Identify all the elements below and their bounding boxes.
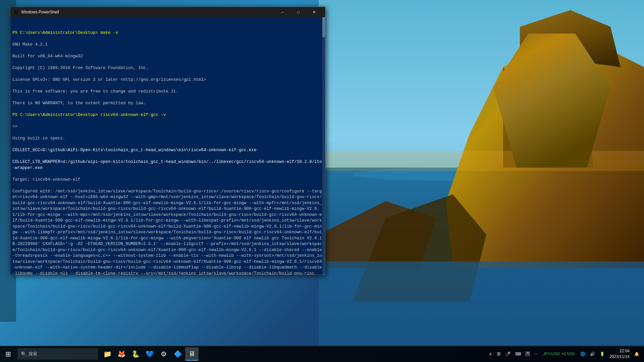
- terminal-line: Built for x86_64-w64-mingw32: [12, 54, 323, 60]
- taskbar-search[interactable]: 🔍 搜索: [17, 348, 98, 360]
- terminal-line: Copyright (C) 1988-2016 Free Software Fo…: [12, 65, 323, 71]
- terminal-line: Using built-in specs.: [12, 136, 323, 142]
- forex-display: JPY/USD +0.53%: [541, 351, 577, 357]
- svg-point-8: [550, 45, 570, 55]
- taskbar-file-explorer[interactable]: 📁: [101, 347, 114, 361]
- terminal-line: GNU Make 4.2.1: [12, 42, 323, 48]
- window-app-icon: 🖥: [14, 9, 18, 15]
- taskbar-apps: 📁 🦊 🐍 💙 ⚙ 🔷 🖥: [101, 347, 199, 361]
- desktop-background: [319, 0, 644, 349]
- close-button[interactable]: ✕: [307, 7, 322, 17]
- taskbar-more[interactable]: ···: [533, 351, 539, 357]
- taskbar-settings[interactable]: ⚙: [157, 347, 170, 361]
- svg-point-7: [523, 54, 550, 67]
- taskbar-tray-expand[interactable]: ∧: [488, 351, 493, 357]
- svg-point-9: [572, 63, 589, 71]
- search-placeholder: 搜索: [29, 351, 37, 357]
- terminal-line: This is free software: you are free to c…: [12, 89, 323, 95]
- svg-rect-13: [319, 151, 644, 171]
- terminal-line: Configured with: /mnt/ssd/jenkins_iotsw/…: [12, 189, 323, 275]
- svg-rect-12: [319, 261, 644, 349]
- search-icon: 🔍: [21, 351, 26, 357]
- taskbar-powershell[interactable]: 🖥: [185, 347, 199, 361]
- powershell-window: 🖥 Windows PowerShell ─ □ ✕ PS C:\Users\A…: [10, 7, 325, 275]
- taskbar-clock[interactable]: 22:04 2023/11/14: [608, 348, 631, 360]
- scrollbar-thumb[interactable]: [322, 17, 325, 37]
- clock-time: 22:04: [609, 348, 630, 354]
- window-title: Windows PowerShell: [21, 10, 272, 14]
- desktop: 🖥 Windows PowerShell ─ □ ✕ PS C:\Users\A…: [0, 0, 644, 362]
- taskbar-ime[interactable]: 🈷: [524, 351, 531, 357]
- terminal-line: PS C:\Users\Administrator\Desktop> make …: [12, 30, 323, 36]
- terminal-line: Target: riscv64-unknown-elf: [12, 177, 323, 183]
- taskbar-keyboard[interactable]: ⌨: [514, 351, 522, 357]
- volume-icon[interactable]: 🔊: [589, 351, 596, 357]
- terminal-line: >>: [12, 124, 323, 130]
- windows-logo-icon: ⊞: [5, 350, 11, 358]
- terminal-line: PS C:\Users\Administrator\Desktop> riscv…: [12, 112, 323, 118]
- start-button[interactable]: ⊞: [0, 346, 16, 362]
- taskbar-firefox[interactable]: 🦊: [115, 347, 128, 361]
- taskbar: ⊞ 🔍 搜索 📁 🦊 🐍 💙 ⚙ 🔷 🖥 ∧ 英 🎤 ⌨ 🈷 ··· JPY/U…: [0, 346, 644, 362]
- minimize-button[interactable]: ─: [275, 7, 290, 17]
- taskbar-microphone[interactable]: 🎤: [504, 351, 512, 357]
- terminal-scrollbar[interactable]: [322, 17, 325, 275]
- terminal-line: License GPLv3+: GNU GPL version 3 or lat…: [12, 77, 323, 83]
- svg-marker-6: [503, 67, 594, 168]
- notification-icon[interactable]: 🔔: [633, 351, 641, 357]
- taskbar-app6[interactable]: 🔷: [171, 347, 184, 361]
- network-icon[interactable]: 🌐: [579, 351, 587, 357]
- terminal-line: COLLECT_GCC=D:\github\AiPi-Open-Kits\too…: [12, 147, 323, 154]
- window-controls: ─ □ ✕: [275, 7, 322, 17]
- terminal-line: COLLECT_LTO_WRAPPER=d:/github/aipi-open-…: [12, 159, 323, 171]
- terminal-line: There is NO WARRANTY, to the extent perm…: [12, 101, 323, 107]
- clock-date: 2023/11/14: [609, 354, 630, 360]
- taskbar-pycharm[interactable]: 🐍: [129, 347, 142, 361]
- window-titlebar: 🖥 Windows PowerShell ─ □ ✕: [10, 7, 325, 17]
- maximize-button[interactable]: □: [291, 7, 306, 17]
- taskbar-right: ∧ 英 🎤 ⌨ 🈷 ··· JPY/USD +0.53% 🌐 🔊 🔋 22:04…: [484, 346, 644, 362]
- battery-icon[interactable]: 🔋: [598, 351, 606, 357]
- terminal-output[interactable]: PS C:\Users\Administrator\Desktop> make …: [10, 17, 325, 275]
- taskbar-vscode[interactable]: 💙: [143, 347, 156, 361]
- taskbar-language[interactable]: 英: [495, 351, 502, 358]
